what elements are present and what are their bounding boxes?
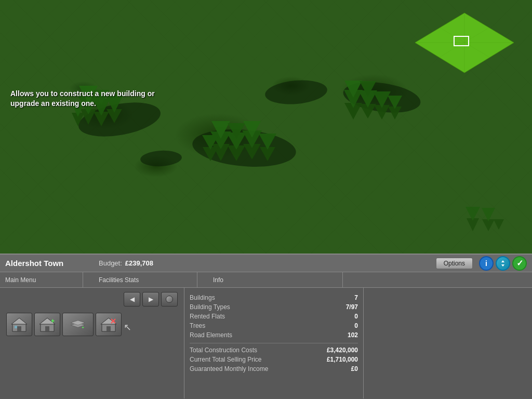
add-build-svg: + xyxy=(39,317,55,332)
svg-marker-56 xyxy=(101,318,116,324)
tooltip-line1: Allows you to construct a new building o… xyxy=(10,89,155,99)
nav-forward-button[interactable]: ▶ xyxy=(142,292,159,307)
left-panel: ◀ ▶ xyxy=(0,288,184,398)
building-types-row: Building Types 7/97 xyxy=(190,302,358,312)
trees-value: 0 xyxy=(327,322,358,329)
arrows-icon-button[interactable] xyxy=(496,256,510,271)
middle-panel: Buildings 7 Building Types 7/97 Rented F… xyxy=(184,288,364,398)
current-selling-label: Current Total Selling Price xyxy=(190,356,262,363)
map-diamond xyxy=(413,10,516,78)
svg-marker-37 xyxy=(494,219,504,230)
layers-svg: + xyxy=(70,317,86,332)
buildings-value: 7 xyxy=(327,294,358,301)
tooltip: Allows you to construct a new building o… xyxy=(10,89,155,109)
buildings-row: Buildings 7 xyxy=(190,293,358,302)
rented-flats-value: 0 xyxy=(327,313,358,320)
rented-flats-row: Rented Flats 0 xyxy=(190,312,358,321)
guaranteed-income-value: £0 xyxy=(327,365,358,373)
facilities-stats-label: Facilities Stats xyxy=(94,272,197,287)
rented-flats-label: Rented Flats xyxy=(190,313,225,320)
options-button[interactable]: Options xyxy=(436,258,473,269)
destroy-svg xyxy=(101,317,116,332)
budget-value: £239,708 xyxy=(125,259,153,267)
build-svg xyxy=(11,317,27,332)
tooltip-line2: upgrade an existing one. xyxy=(10,99,155,109)
tree-cluster-4 xyxy=(457,192,509,234)
destroy-icon[interactable] xyxy=(96,313,122,336)
right-panel xyxy=(364,288,532,398)
building-icons: + + xyxy=(4,311,180,338)
build-icon[interactable] xyxy=(6,313,32,336)
check-icon-button[interactable]: ✓ xyxy=(512,256,527,271)
ui-topbar: Aldershot Town Budget: £239,708 Options … xyxy=(0,255,532,272)
nav-circle-button[interactable] xyxy=(161,292,178,307)
svg-text:+: + xyxy=(82,325,85,330)
ui-sections: Main Menu Facilities Stats Info xyxy=(0,272,532,288)
tree-cluster-2 xyxy=(197,112,291,169)
arrows-svg xyxy=(499,259,507,268)
town-name: Aldershot Town xyxy=(5,259,88,268)
stats-table: Buildings 7 Building Types 7/97 Rented F… xyxy=(190,293,358,374)
add-build-icon[interactable]: + xyxy=(34,313,60,336)
guaranteed-income-row: Guaranteed Monthly Income £0 xyxy=(190,364,358,374)
svg-rect-50 xyxy=(45,326,49,331)
diamond-svg xyxy=(413,10,516,78)
total-construction-value: £3,420,000 xyxy=(327,347,358,354)
road-elements-label: Road Elements xyxy=(190,331,232,339)
current-selling-row: Current Total Selling Price £1,710,000 xyxy=(190,355,358,364)
svg-rect-47 xyxy=(15,326,17,328)
layers-icon[interactable]: + xyxy=(62,313,94,336)
current-selling-value: £1,710,000 xyxy=(327,356,358,363)
road-elements-value: 102 xyxy=(327,331,358,339)
buildings-label: Buildings xyxy=(190,294,215,301)
svg-marker-45 xyxy=(11,318,27,324)
game-world[interactable]: Allows you to construct a new building o… xyxy=(0,0,532,260)
tree-cluster-3 xyxy=(332,73,410,125)
total-construction-row: Total Construction Costs £3,420,000 xyxy=(190,343,358,355)
building-types-value: 7/97 xyxy=(327,303,358,311)
nav-back-button[interactable]: ◀ xyxy=(124,292,140,307)
svg-text:+: + xyxy=(51,317,55,325)
svg-rect-57 xyxy=(107,326,111,331)
road-elements-row: Road Elements 102 xyxy=(190,330,358,340)
trees-label: Trees xyxy=(190,322,205,329)
info-icon-button[interactable]: i xyxy=(479,256,494,271)
guaranteed-income-label: Guaranteed Monthly Income xyxy=(190,365,268,373)
total-construction-label: Total Construction Costs xyxy=(190,347,257,354)
cursor-indicator: ↖ xyxy=(124,322,131,333)
main-menu-label: Main Menu xyxy=(0,272,83,287)
ui-panel: Aldershot Town Budget: £239,708 Options … xyxy=(0,254,532,399)
trees-row: Trees 0 xyxy=(190,321,358,330)
ui-content: ◀ ▶ xyxy=(0,288,532,398)
budget-label: Budget: xyxy=(99,259,122,267)
svg-rect-46 xyxy=(17,326,21,331)
building-types-label: Building Types xyxy=(190,303,230,311)
info-label: Info xyxy=(197,272,343,287)
nav-arrows: ◀ ▶ xyxy=(4,292,180,307)
